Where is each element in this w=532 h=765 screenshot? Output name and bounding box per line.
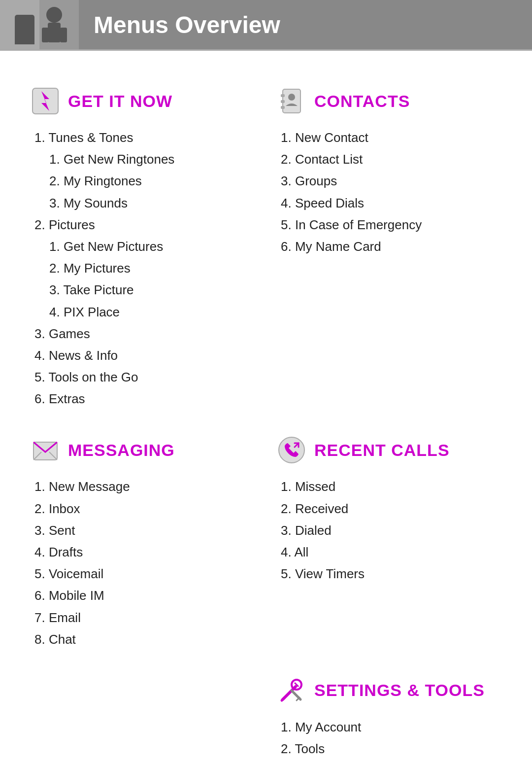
svg-point-12 xyxy=(288,94,295,101)
svg-rect-1 xyxy=(0,0,39,49)
recent-calls-icon xyxy=(276,434,307,466)
list-item: 6. Extras xyxy=(34,388,256,410)
list-item: 2. My Ringtones xyxy=(49,170,256,192)
list-item: 4. PIX Place xyxy=(49,301,256,323)
section-messaging: MESSAGING 1. New Message 2. Inbox 3. Sen… xyxy=(20,419,266,660)
svg-rect-10 xyxy=(281,100,285,103)
list-item: 5. View Timers xyxy=(281,563,502,585)
svg-rect-11 xyxy=(281,106,285,109)
messaging-title: MESSAGING xyxy=(68,441,175,460)
list-item: 3. Sent xyxy=(34,520,256,541)
settings-title: SETTINGS & TOOLS xyxy=(314,681,485,700)
contacts-title: CONTACTS xyxy=(314,92,410,111)
main-content: GET IT NOW 1. Tunes & Tones 1. Get New R… xyxy=(0,51,532,765)
get-it-now-icon xyxy=(30,85,61,117)
list-item: 1. Get New Ringtones xyxy=(49,148,256,170)
section-get-it-now: GET IT NOW 1. Tunes & Tones 1. Get New R… xyxy=(20,70,266,419)
list-item: 1. My Account xyxy=(281,716,502,738)
contacts-header: CONTACTS xyxy=(276,85,502,117)
list-item: 6. Mobile IM xyxy=(34,585,256,606)
list-item: 2. Pictures 1. Get New Pictures 2. My Pi… xyxy=(34,214,256,323)
list-item: 4. News & Info xyxy=(34,345,256,366)
svg-rect-9 xyxy=(281,94,285,97)
get-it-now-title: GET IT NOW xyxy=(68,92,172,111)
recent-calls-header: RECENT CALLS xyxy=(276,434,502,466)
section-contacts: CONTACTS 1. New Contact 2. Contact List … xyxy=(266,70,512,419)
page-title: Menus Overview xyxy=(94,11,280,38)
list-item: 2. Inbox xyxy=(34,498,256,520)
svg-point-2 xyxy=(46,7,62,23)
header-photo xyxy=(0,0,79,49)
list-item: 2. My Pictures xyxy=(49,257,256,279)
svg-rect-5 xyxy=(60,28,67,42)
settings-icon xyxy=(276,675,307,706)
list-item: 4. Drafts xyxy=(34,541,256,563)
list-item: 1. Voice Commands xyxy=(296,760,502,765)
contacts-list: 1. New Contact 2. Contact List 3. Groups… xyxy=(276,127,502,257)
section-settings: SETTINGS & TOOLS 1. My Account 2. Tools … xyxy=(266,660,512,765)
list-item: 1. New Message xyxy=(34,476,256,497)
list-item: 3. My Sounds xyxy=(49,192,256,214)
list-item: 1. Get New Pictures xyxy=(49,236,256,257)
list-item: 2. Tools 1. Voice Commands 2. Calculator… xyxy=(281,738,502,765)
get-it-now-list: 1. Tunes & Tones 1. Get New Ringtones 2.… xyxy=(30,127,256,410)
list-item: 8. Chat xyxy=(34,628,256,650)
section-recent-calls: RECENT CALLS 1. Missed 2. Received 3. Di… xyxy=(266,419,512,660)
page-header: Menus Overview xyxy=(0,0,532,49)
list-item: 3. Dialed xyxy=(281,520,502,541)
messaging-list: 1. New Message 2. Inbox 3. Sent 4. Draft… xyxy=(30,476,256,650)
svg-line-23 xyxy=(297,697,299,700)
list-item: 4. All xyxy=(281,541,502,563)
list-item: 1. Tunes & Tones 1. Get New Ringtones 2.… xyxy=(34,127,256,214)
svg-rect-3 xyxy=(48,23,61,42)
list-item: 5. In Case of Emergency xyxy=(281,214,502,236)
list-item: 5. Tools on the Go xyxy=(34,366,256,388)
list-item: 7. Email xyxy=(34,607,256,628)
recent-calls-title: RECENT CALLS xyxy=(314,441,450,460)
sub-list: 1. Get New Ringtones 2. My Ringtones 3. … xyxy=(34,148,256,214)
list-item: 5. Voicemail xyxy=(34,563,256,585)
get-it-now-header: GET IT NOW xyxy=(30,85,256,117)
list-item: 1. New Contact xyxy=(281,127,502,148)
sub-list: 1. Voice Commands 2. Calculator 3. Calen… xyxy=(281,760,502,765)
messaging-icon xyxy=(30,434,61,466)
sub-list: 1. Get New Pictures 2. My Pictures 3. Ta… xyxy=(34,236,256,323)
contacts-icon xyxy=(276,85,307,117)
list-item: 3. Take Picture xyxy=(49,279,256,301)
svg-rect-8 xyxy=(283,89,300,113)
recent-calls-list: 1. Missed 2. Received 3. Dialed 4. All 5… xyxy=(276,476,502,585)
settings-list: 1. My Account 2. Tools 1. Voice Commands… xyxy=(276,716,502,765)
list-item: 6. My Name Card xyxy=(281,236,502,257)
svg-rect-4 xyxy=(42,28,49,42)
list-item: 2. Received xyxy=(281,498,502,520)
svg-point-16 xyxy=(279,437,304,463)
list-item: 4. Speed Dials xyxy=(281,192,502,214)
list-item: 3. Games xyxy=(34,323,256,345)
list-item: 2. Contact List xyxy=(281,148,502,170)
list-item: 1. Missed xyxy=(281,476,502,497)
settings-header: SETTINGS & TOOLS xyxy=(276,675,502,706)
messaging-header: MESSAGING xyxy=(30,434,256,466)
list-item: 3. Groups xyxy=(281,170,502,192)
